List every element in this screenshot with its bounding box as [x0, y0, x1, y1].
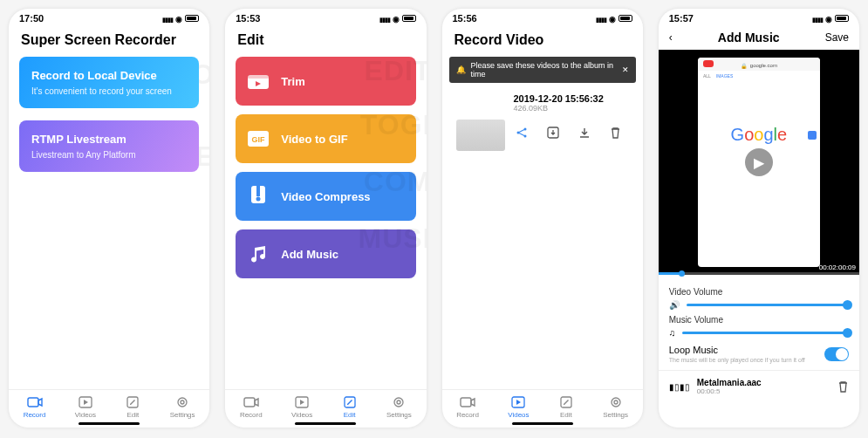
- tab-record[interactable]: Record: [24, 395, 46, 419]
- edit-label: Trim: [281, 75, 304, 88]
- video-size: 426.09KB: [514, 104, 604, 113]
- save-album-icon[interactable]: [547, 127, 559, 139]
- edit-label: Add Music: [281, 248, 338, 261]
- loop-label: Loop Music: [669, 345, 805, 355]
- video-preview[interactable]: 🔒 google.com ALLIMAGES Google ▶ 00:02:00…: [659, 50, 859, 275]
- tab-edit[interactable]: Edit: [125, 395, 140, 419]
- page-title: Edit: [225, 25, 426, 57]
- bell-icon: 🔔: [456, 65, 466, 74]
- play-rect-icon: [294, 395, 310, 409]
- compress-card[interactable]: Video Compress: [236, 172, 415, 221]
- svg-point-11: [256, 197, 261, 202]
- signal-icon: [379, 13, 390, 24]
- play-button[interactable]: ▶: [745, 148, 773, 176]
- gear-icon: [608, 395, 624, 409]
- duration-label: 00:02:00:09: [819, 263, 856, 271]
- tab-edit[interactable]: Edit: [558, 395, 574, 419]
- tab-edit[interactable]: Edit: [342, 395, 358, 419]
- tab-settings[interactable]: Settings: [603, 395, 628, 419]
- video-volume-slider[interactable]: [687, 304, 849, 306]
- status-bar: 17:50: [9, 9, 209, 25]
- play-rect-icon: [78, 395, 93, 409]
- save-banner: 🔔 Please save these videos to the album …: [449, 57, 636, 83]
- track-time: 00:00:5: [697, 387, 762, 395]
- equalizer-icon: ▮▯▮▯: [669, 382, 690, 392]
- google-logo: Google: [698, 125, 820, 145]
- signal-icon: [812, 13, 823, 24]
- clock: 15:57: [669, 13, 694, 24]
- gif-icon: GIF: [246, 127, 270, 151]
- download-icon[interactable]: [578, 127, 591, 139]
- svg-point-3: [178, 398, 187, 407]
- home-indicator[interactable]: [512, 422, 573, 425]
- status-bar: 15:57: [659, 9, 859, 25]
- camera-icon: [460, 395, 475, 409]
- svg-rect-10: [256, 186, 260, 196]
- edit-icon: [342, 395, 358, 409]
- music-volume-slider[interactable]: [682, 332, 849, 334]
- tab-videos[interactable]: Videos: [291, 395, 312, 419]
- gear-icon: [391, 395, 407, 409]
- tab-videos[interactable]: Videos: [75, 395, 96, 419]
- svg-point-24: [612, 398, 620, 407]
- status-icons: [162, 13, 199, 24]
- nav-title: Add Music: [673, 31, 825, 44]
- compress-icon: [246, 184, 270, 209]
- status-bar: 15:56: [442, 9, 643, 25]
- record-local-card[interactable]: Record to Local Device It's convenient t…: [19, 57, 199, 108]
- gif-card[interactable]: GIF Video to GIF: [236, 114, 415, 163]
- share-icon[interactable]: [516, 127, 528, 139]
- screen-edit: 15:53 Edit EDIT Trim TOGI GIF Video to G…: [225, 9, 426, 428]
- card-title: RTMP Livestream: [31, 133, 187, 146]
- wifi-icon: [609, 13, 616, 24]
- video-list-item[interactable]: 2019-12-20 15:56:32 426.09KB: [449, 90, 636, 142]
- trim-card[interactable]: Trim: [236, 57, 415, 106]
- signal-icon: [596, 13, 606, 24]
- loop-toggle[interactable]: [824, 347, 849, 361]
- tab-videos[interactable]: Videos: [508, 395, 529, 419]
- svg-rect-12: [244, 398, 255, 407]
- search-icon: [808, 131, 817, 140]
- seek-bar[interactable]: [659, 272, 859, 275]
- camera-icon: [243, 395, 259, 409]
- edit-label: Video to GIF: [281, 133, 347, 146]
- trash-icon[interactable]: [610, 127, 621, 139]
- screen-record-video: 15:56 Record Video 🔔 Please save these v…: [442, 9, 643, 428]
- screen-record-home: 17:50 Super Screen Recorder RECO Record …: [9, 9, 209, 428]
- svg-point-15: [394, 398, 403, 407]
- home-indicator[interactable]: [79, 422, 140, 425]
- speaker-icon: 🔊: [669, 300, 680, 310]
- loop-description: The music will be only played once if yo…: [669, 357, 805, 363]
- music-volume-label: Music Volume: [669, 315, 849, 325]
- music-track-bar[interactable]: ▮▯▮▯ Metalmania.aac 00:00:5: [659, 370, 859, 402]
- screen-add-music: 15:57 ‹ Add Music Save 🔒 google.com ALLI…: [659, 9, 859, 428]
- url-bar: 🔒 google.com: [698, 58, 820, 71]
- tab-settings[interactable]: Settings: [386, 395, 412, 419]
- status-bar: 15:53: [225, 9, 426, 25]
- gear-icon: [174, 395, 190, 409]
- status-icons: [379, 13, 416, 24]
- trim-icon: [246, 69, 270, 93]
- clock: 15:56: [453, 13, 477, 24]
- battery-icon: [619, 15, 632, 22]
- camera-icon: [27, 395, 43, 409]
- mini-tabs: ALLIMAGES: [698, 71, 820, 81]
- home-indicator[interactable]: [295, 422, 356, 425]
- close-icon[interactable]: ✕: [622, 65, 629, 74]
- tab-record[interactable]: Record: [240, 395, 263, 419]
- trash-icon[interactable]: [837, 380, 849, 393]
- card-subtitle: Livestream to Any Platform: [31, 150, 187, 160]
- save-button[interactable]: Save: [825, 31, 849, 44]
- rtmp-card[interactable]: RTMP Livestream Livestream to Any Platfo…: [19, 120, 199, 172]
- tab-settings[interactable]: Settings: [170, 395, 195, 419]
- music-card[interactable]: Add Music: [236, 229, 415, 278]
- note-icon: ♫: [669, 328, 676, 338]
- battery-icon: [185, 15, 199, 22]
- nav-bar: ‹ Add Music Save: [659, 25, 859, 50]
- page-title: Super Screen Recorder: [9, 25, 209, 57]
- page-title: Record Video: [442, 25, 643, 57]
- svg-rect-0: [28, 398, 38, 407]
- tab-record[interactable]: Record: [456, 395, 479, 419]
- status-icons: [812, 13, 849, 24]
- banner-text: Please save these videos to the album in…: [471, 61, 617, 79]
